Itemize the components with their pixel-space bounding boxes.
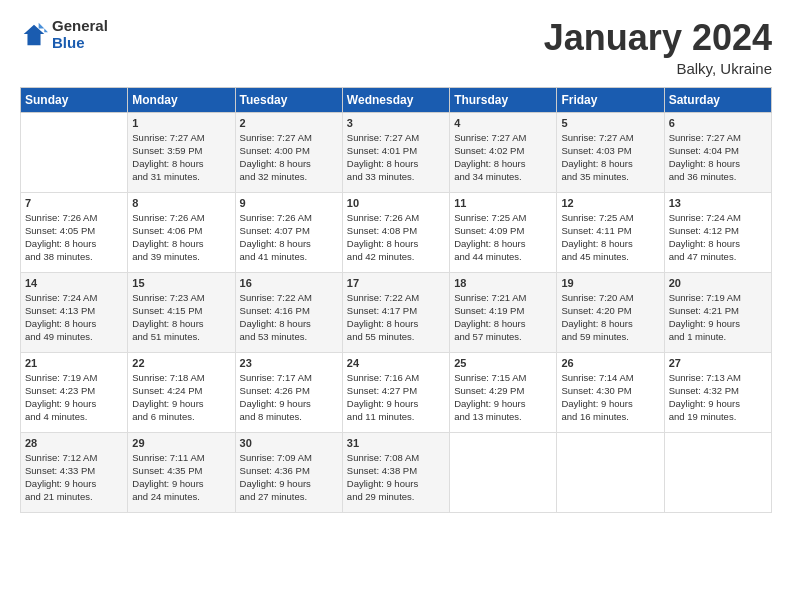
day-cell: 21Sunrise: 7:19 AMSunset: 4:23 PMDayligh…: [21, 352, 128, 432]
day-info: Sunrise: 7:27 AMSunset: 4:01 PMDaylight:…: [347, 131, 445, 184]
header: General Blue January 2024 Balky, Ukraine: [20, 18, 772, 77]
logo-general: General: [52, 18, 108, 35]
day-cell: 8Sunrise: 7:26 AMSunset: 4:06 PMDaylight…: [128, 192, 235, 272]
day-number: 10: [347, 197, 445, 209]
day-cell: 15Sunrise: 7:23 AMSunset: 4:15 PMDayligh…: [128, 272, 235, 352]
day-info: Sunrise: 7:27 AMSunset: 3:59 PMDaylight:…: [132, 131, 230, 184]
day-cell: [450, 432, 557, 512]
day-number: 3: [347, 117, 445, 129]
day-number: 25: [454, 357, 552, 369]
logo-icon: [20, 21, 48, 49]
day-number: 17: [347, 277, 445, 289]
day-info: Sunrise: 7:18 AMSunset: 4:24 PMDaylight:…: [132, 371, 230, 424]
day-info: Sunrise: 7:26 AMSunset: 4:06 PMDaylight:…: [132, 211, 230, 264]
day-cell: [664, 432, 771, 512]
day-cell: 24Sunrise: 7:16 AMSunset: 4:27 PMDayligh…: [342, 352, 449, 432]
day-number: 9: [240, 197, 338, 209]
day-number: 1: [132, 117, 230, 129]
day-cell: 29Sunrise: 7:11 AMSunset: 4:35 PMDayligh…: [128, 432, 235, 512]
day-number: 29: [132, 437, 230, 449]
day-cell: 9Sunrise: 7:26 AMSunset: 4:07 PMDaylight…: [235, 192, 342, 272]
day-info: Sunrise: 7:19 AMSunset: 4:23 PMDaylight:…: [25, 371, 123, 424]
day-info: Sunrise: 7:27 AMSunset: 4:02 PMDaylight:…: [454, 131, 552, 184]
day-info: Sunrise: 7:25 AMSunset: 4:09 PMDaylight:…: [454, 211, 552, 264]
day-number: 21: [25, 357, 123, 369]
day-cell: [557, 432, 664, 512]
title-block: January 2024 Balky, Ukraine: [544, 18, 772, 77]
day-cell: 10Sunrise: 7:26 AMSunset: 4:08 PMDayligh…: [342, 192, 449, 272]
day-cell: 18Sunrise: 7:21 AMSunset: 4:19 PMDayligh…: [450, 272, 557, 352]
col-friday: Friday: [557, 87, 664, 112]
week-row-5: 28Sunrise: 7:12 AMSunset: 4:33 PMDayligh…: [21, 432, 772, 512]
day-number: 31: [347, 437, 445, 449]
day-info: Sunrise: 7:26 AMSunset: 4:08 PMDaylight:…: [347, 211, 445, 264]
day-cell: 1Sunrise: 7:27 AMSunset: 3:59 PMDaylight…: [128, 112, 235, 192]
day-number: 27: [669, 357, 767, 369]
day-number: 11: [454, 197, 552, 209]
day-number: 22: [132, 357, 230, 369]
day-info: Sunrise: 7:15 AMSunset: 4:29 PMDaylight:…: [454, 371, 552, 424]
day-cell: 22Sunrise: 7:18 AMSunset: 4:24 PMDayligh…: [128, 352, 235, 432]
day-number: 13: [669, 197, 767, 209]
day-info: Sunrise: 7:20 AMSunset: 4:20 PMDaylight:…: [561, 291, 659, 344]
day-info: Sunrise: 7:14 AMSunset: 4:30 PMDaylight:…: [561, 371, 659, 424]
day-info: Sunrise: 7:08 AMSunset: 4:38 PMDaylight:…: [347, 451, 445, 504]
day-number: 30: [240, 437, 338, 449]
day-info: Sunrise: 7:09 AMSunset: 4:36 PMDaylight:…: [240, 451, 338, 504]
day-cell: 12Sunrise: 7:25 AMSunset: 4:11 PMDayligh…: [557, 192, 664, 272]
day-number: 23: [240, 357, 338, 369]
col-saturday: Saturday: [664, 87, 771, 112]
day-cell: 3Sunrise: 7:27 AMSunset: 4:01 PMDaylight…: [342, 112, 449, 192]
week-row-4: 21Sunrise: 7:19 AMSunset: 4:23 PMDayligh…: [21, 352, 772, 432]
day-info: Sunrise: 7:12 AMSunset: 4:33 PMDaylight:…: [25, 451, 123, 504]
day-number: 20: [669, 277, 767, 289]
day-info: Sunrise: 7:23 AMSunset: 4:15 PMDaylight:…: [132, 291, 230, 344]
day-number: 12: [561, 197, 659, 209]
logo-blue: Blue: [52, 35, 108, 52]
day-cell: 23Sunrise: 7:17 AMSunset: 4:26 PMDayligh…: [235, 352, 342, 432]
day-cell: 28Sunrise: 7:12 AMSunset: 4:33 PMDayligh…: [21, 432, 128, 512]
day-cell: 27Sunrise: 7:13 AMSunset: 4:32 PMDayligh…: [664, 352, 771, 432]
day-cell: 31Sunrise: 7:08 AMSunset: 4:38 PMDayligh…: [342, 432, 449, 512]
day-number: 4: [454, 117, 552, 129]
day-info: Sunrise: 7:11 AMSunset: 4:35 PMDaylight:…: [132, 451, 230, 504]
day-cell: [21, 112, 128, 192]
day-cell: 25Sunrise: 7:15 AMSunset: 4:29 PMDayligh…: [450, 352, 557, 432]
day-number: 2: [240, 117, 338, 129]
day-info: Sunrise: 7:16 AMSunset: 4:27 PMDaylight:…: [347, 371, 445, 424]
day-cell: 2Sunrise: 7:27 AMSunset: 4:00 PMDaylight…: [235, 112, 342, 192]
day-number: 6: [669, 117, 767, 129]
day-cell: 30Sunrise: 7:09 AMSunset: 4:36 PMDayligh…: [235, 432, 342, 512]
week-row-3: 14Sunrise: 7:24 AMSunset: 4:13 PMDayligh…: [21, 272, 772, 352]
day-info: Sunrise: 7:13 AMSunset: 4:32 PMDaylight:…: [669, 371, 767, 424]
day-number: 18: [454, 277, 552, 289]
day-number: 16: [240, 277, 338, 289]
week-row-2: 7Sunrise: 7:26 AMSunset: 4:05 PMDaylight…: [21, 192, 772, 272]
day-cell: 14Sunrise: 7:24 AMSunset: 4:13 PMDayligh…: [21, 272, 128, 352]
day-number: 14: [25, 277, 123, 289]
day-info: Sunrise: 7:22 AMSunset: 4:17 PMDaylight:…: [347, 291, 445, 344]
logo: General Blue: [20, 18, 108, 51]
day-cell: 26Sunrise: 7:14 AMSunset: 4:30 PMDayligh…: [557, 352, 664, 432]
main-title: January 2024: [544, 18, 772, 58]
week-row-1: 1Sunrise: 7:27 AMSunset: 3:59 PMDaylight…: [21, 112, 772, 192]
day-number: 19: [561, 277, 659, 289]
day-info: Sunrise: 7:21 AMSunset: 4:19 PMDaylight:…: [454, 291, 552, 344]
day-number: 26: [561, 357, 659, 369]
day-info: Sunrise: 7:25 AMSunset: 4:11 PMDaylight:…: [561, 211, 659, 264]
day-cell: 6Sunrise: 7:27 AMSunset: 4:04 PMDaylight…: [664, 112, 771, 192]
day-cell: 13Sunrise: 7:24 AMSunset: 4:12 PMDayligh…: [664, 192, 771, 272]
day-cell: 4Sunrise: 7:27 AMSunset: 4:02 PMDaylight…: [450, 112, 557, 192]
day-number: 15: [132, 277, 230, 289]
subtitle: Balky, Ukraine: [544, 60, 772, 77]
day-cell: 17Sunrise: 7:22 AMSunset: 4:17 PMDayligh…: [342, 272, 449, 352]
day-cell: 20Sunrise: 7:19 AMSunset: 4:21 PMDayligh…: [664, 272, 771, 352]
day-info: Sunrise: 7:27 AMSunset: 4:03 PMDaylight:…: [561, 131, 659, 184]
day-cell: 5Sunrise: 7:27 AMSunset: 4:03 PMDaylight…: [557, 112, 664, 192]
day-info: Sunrise: 7:27 AMSunset: 4:00 PMDaylight:…: [240, 131, 338, 184]
day-number: 5: [561, 117, 659, 129]
col-monday: Monday: [128, 87, 235, 112]
col-wednesday: Wednesday: [342, 87, 449, 112]
day-info: Sunrise: 7:24 AMSunset: 4:12 PMDaylight:…: [669, 211, 767, 264]
day-info: Sunrise: 7:19 AMSunset: 4:21 PMDaylight:…: [669, 291, 767, 344]
